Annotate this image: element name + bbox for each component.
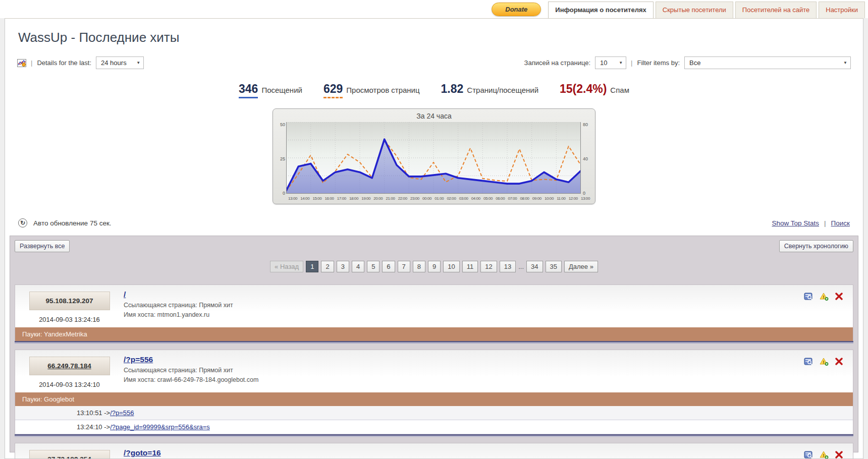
stat-pages-per-visit: 1.82 Страниц/посещений bbox=[441, 82, 538, 97]
x-tick-label: 09:00 bbox=[532, 196, 541, 201]
visited-page-link[interactable]: /?p=556 bbox=[124, 355, 153, 364]
pagination-page-10[interactable]: 10 bbox=[443, 261, 459, 272]
refresh-circle-icon[interactable]: ↻ bbox=[18, 218, 27, 227]
visitor-ip: 37.72.189.254 bbox=[29, 450, 110, 459]
x-tick-label: 05:00 bbox=[483, 196, 493, 201]
tab-settings[interactable]: Настройки bbox=[819, 2, 865, 18]
tab-hidden-visitors[interactable]: Скрытые посетители bbox=[656, 2, 733, 18]
x-tick-label: 04:00 bbox=[471, 196, 480, 201]
stat-visits: 346 Посещений bbox=[239, 82, 302, 98]
x-tick-label: 02:00 bbox=[447, 196, 456, 201]
x-tick-label: 06:00 bbox=[496, 196, 505, 201]
tab-visitors-online[interactable]: Посетителей на сайте bbox=[735, 2, 817, 18]
visitor-record: 66.249.78.184 2014-09-03 13:24:10 /?p=55… bbox=[15, 350, 853, 434]
pagination-page-8[interactable]: 8 bbox=[413, 261, 425, 272]
stat-spam: 15(2.4%) Спам bbox=[560, 82, 629, 97]
chevron-down-icon: ▼ bbox=[136, 61, 140, 65]
expand-all-button[interactable]: Развернуть все bbox=[15, 240, 70, 252]
referrer-text: Ссылающаяся страница: Прямой хит bbox=[124, 302, 792, 309]
per-page-select[interactable]: 10▼ bbox=[595, 56, 626, 69]
hit-url-link[interactable]: /?p=556 bbox=[110, 409, 134, 417]
pagination-page-4[interactable]: 4 bbox=[352, 261, 364, 272]
pagination-page-13[interactable]: 13 bbox=[500, 261, 516, 272]
filter-label: Filter items by: bbox=[637, 59, 680, 67]
visited-page-link[interactable]: / bbox=[124, 290, 126, 299]
delete-icon[interactable] bbox=[835, 451, 843, 458]
pagination-page-9[interactable]: 9 bbox=[428, 261, 441, 272]
x-tick-label: 18:00 bbox=[349, 196, 358, 201]
x-tick-label: 22:00 bbox=[398, 196, 407, 201]
auto-refresh-label: Авто обновление 75 сек. bbox=[33, 219, 112, 227]
records-container: Развернуть все Свернуть хронологию « Наз… bbox=[10, 236, 858, 452]
x-tick-label: 23:00 bbox=[410, 196, 419, 201]
pagination-page-2[interactable]: 2 bbox=[321, 261, 334, 272]
x-tick-label: 01:00 bbox=[435, 196, 444, 201]
visitor-record: 95.108.129.207 2014-09-03 13:24:16 / Ссы… bbox=[15, 284, 853, 341]
pagination-next[interactable]: Далее » bbox=[564, 261, 598, 272]
warning-add-icon[interactable]: ! bbox=[820, 358, 829, 366]
page-preview-icon[interactable] bbox=[804, 451, 813, 459]
spider-badge: Пауки: YandexMetrika bbox=[15, 327, 853, 341]
record-separator bbox=[15, 434, 853, 437]
pagination-prev[interactable]: « Назад bbox=[270, 261, 303, 272]
refresh-row: ↻ Авто обновление 75 сек. Show Top Stats… bbox=[5, 218, 863, 227]
pagination-page-35[interactable]: 35 bbox=[546, 261, 562, 272]
chart-lines-icon[interactable] bbox=[17, 59, 26, 67]
pagination-page-5[interactable]: 5 bbox=[367, 261, 379, 272]
page-preview-icon[interactable] bbox=[804, 293, 813, 301]
details-period-select[interactable]: 24 hours▼ bbox=[96, 56, 144, 69]
top-tab-bar: Donate Информация о посетителях Скрытые … bbox=[0, 0, 868, 18]
hit-entry: 13:24:10 ->/?page_id=99999&srp=556&sra=s bbox=[15, 420, 853, 434]
chart-left-axis: 50 25 0 bbox=[275, 122, 286, 196]
visitor-ip: 95.108.129.207 bbox=[29, 292, 110, 310]
pagination-page-1[interactable]: 1 bbox=[306, 261, 318, 272]
search-link[interactable]: Поиск bbox=[831, 219, 850, 227]
donate-button[interactable]: Donate bbox=[492, 3, 541, 16]
visit-timestamp: 2014-09-03 13:24:16 bbox=[39, 316, 100, 323]
chevron-down-icon: ▼ bbox=[619, 61, 623, 65]
pagination-page-7[interactable]: 7 bbox=[398, 261, 410, 272]
visitor-ip[interactable]: 66.249.78.184 bbox=[29, 357, 110, 375]
visit-timestamp: 2014-09-03 13:24:10 bbox=[39, 381, 100, 388]
hit-entry: 13:10:51 ->/?p=556 bbox=[15, 406, 853, 420]
chart-x-labels: 13:0014:0015:0016:0017:0018:0019:0020:00… bbox=[275, 196, 593, 202]
x-tick-label: 10:00 bbox=[545, 196, 554, 201]
svg-text:!: ! bbox=[823, 453, 825, 458]
spider-badge: Пауки: Googlebot bbox=[15, 392, 853, 406]
delete-icon[interactable] bbox=[835, 293, 843, 300]
visited-page-link[interactable]: /?goto=16 bbox=[124, 448, 161, 457]
divider: | bbox=[31, 59, 32, 67]
warning-add-icon[interactable]: ! bbox=[820, 451, 829, 459]
referrer-text: Ссылающаяся страница: Прямой хит bbox=[124, 367, 792, 374]
tab-visitor-info[interactable]: Информация о посетителях bbox=[548, 2, 653, 19]
x-tick-label: 13:00 bbox=[288, 196, 297, 201]
filter-select[interactable]: Все▼ bbox=[684, 56, 851, 69]
delete-icon[interactable] bbox=[835, 358, 843, 365]
x-tick-label: 13:00 bbox=[581, 196, 590, 201]
pagination-page-3[interactable]: 3 bbox=[337, 261, 349, 272]
hostname-text: Имя хоста: crawl-66-249-78-184.googlebot… bbox=[124, 376, 792, 383]
controls-row: | Details for the last: 24 hours▼ Записе… bbox=[5, 56, 863, 69]
svg-text:!: ! bbox=[823, 360, 825, 365]
hit-url-link[interactable]: /?page_id=99999&srp=556&sra=s bbox=[110, 423, 210, 431]
warning-add-icon[interactable]: ! bbox=[820, 293, 829, 301]
x-tick-label: 21:00 bbox=[386, 196, 395, 201]
svg-text:!: ! bbox=[823, 295, 825, 300]
show-top-stats-link[interactable]: Show Top Stats bbox=[772, 219, 820, 227]
stat-pageviews: 629 Просмотров страниц bbox=[323, 82, 420, 98]
pagination-page-11[interactable]: 11 bbox=[462, 261, 478, 272]
x-tick-label: 07:00 bbox=[508, 196, 517, 201]
main-panel: WassUp - Последние хиты | Details for th… bbox=[5, 18, 863, 459]
pagination-page-34[interactable]: 34 bbox=[526, 261, 542, 272]
summary-stats: 346 Посещений 629 Просмотров страниц 1.8… bbox=[5, 82, 863, 98]
x-tick-label: 12:00 bbox=[569, 196, 578, 201]
pagination-page-6[interactable]: 6 bbox=[382, 261, 395, 272]
page-preview-icon[interactable] bbox=[804, 358, 813, 366]
x-tick-label: 03:00 bbox=[459, 196, 468, 201]
collapse-chronology-button[interactable]: Свернуть хронологию bbox=[779, 240, 853, 252]
pagination-page-12[interactable]: 12 bbox=[480, 261, 497, 272]
x-tick-label: 16:00 bbox=[325, 196, 334, 201]
chart-right-axis: 80 40 0 bbox=[582, 122, 593, 196]
x-tick-label: 17:00 bbox=[337, 196, 346, 201]
pagination: « Назад12345678910111213...3435Далее » bbox=[15, 261, 853, 272]
